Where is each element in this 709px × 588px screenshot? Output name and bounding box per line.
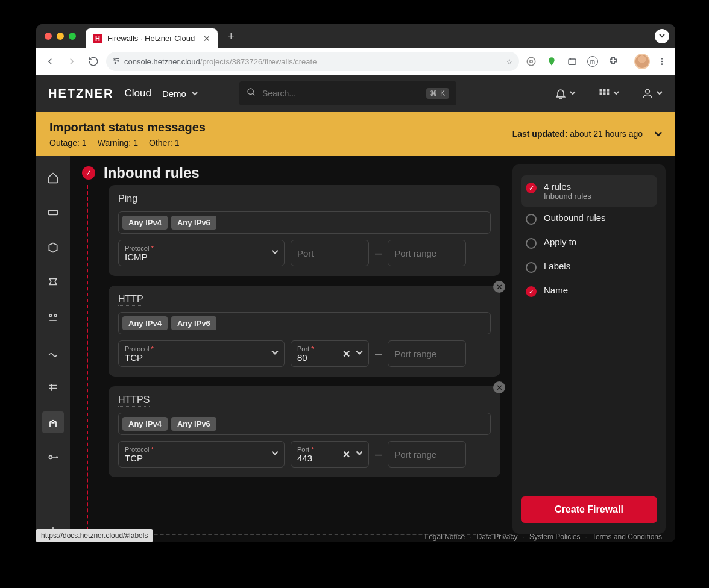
app-header: HETZNER Cloud Demo ⌘ K bbox=[36, 75, 675, 112]
sidebar-item-networks[interactable] bbox=[42, 342, 64, 363]
step-item[interactable]: Apply to bbox=[521, 231, 657, 255]
extensions-menu-icon[interactable] bbox=[605, 53, 622, 70]
sidebar-item-servers[interactable] bbox=[42, 202, 64, 224]
step-title: Name bbox=[544, 285, 568, 295]
extension-icon-4[interactable]: m bbox=[584, 53, 601, 70]
sidebar-item-ssh-keys[interactable] bbox=[42, 446, 64, 468]
url-bar[interactable]: console.hetzner.cloud/projects/3873726/f… bbox=[106, 52, 519, 71]
status-banner: Important status messages Outage:1 Warni… bbox=[36, 112, 675, 156]
sidebar-item-load-balancers[interactable] bbox=[42, 272, 64, 293]
port-field[interactable]: Port * 80 ✕ bbox=[291, 340, 369, 367]
svg-point-2 bbox=[118, 60, 119, 61]
rule-sources[interactable]: Any IPv4 Any IPv6 bbox=[118, 312, 491, 334]
port-range-field[interactable]: Port range bbox=[388, 340, 466, 367]
rule-title[interactable]: Ping bbox=[118, 193, 137, 205]
source-chip[interactable]: Any IPv4 bbox=[122, 216, 168, 230]
step-radio-icon bbox=[526, 262, 537, 273]
rule-title[interactable]: HTTP bbox=[118, 294, 143, 306]
svg-rect-19 bbox=[603, 92, 605, 95]
project-name: Demo bbox=[162, 89, 186, 99]
remove-rule-button[interactable]: ✕ bbox=[493, 381, 505, 393]
global-search[interactable]: ⌘ K bbox=[239, 81, 456, 105]
sidebar-item-volumes[interactable] bbox=[42, 237, 64, 258]
source-chip[interactable]: Any IPv6 bbox=[171, 417, 216, 431]
source-chip[interactable]: Any IPv6 bbox=[171, 216, 216, 230]
svg-point-10 bbox=[661, 58, 663, 60]
browser-menu-icon[interactable] bbox=[654, 53, 670, 70]
svg-point-21 bbox=[646, 89, 650, 93]
footer-link[interactable]: System Policies bbox=[529, 533, 581, 541]
step-title: Apply to bbox=[544, 237, 576, 247]
svg-point-26 bbox=[49, 456, 52, 459]
port-range-field[interactable]: Port range bbox=[388, 441, 466, 468]
forward-button[interactable] bbox=[63, 52, 81, 70]
extension-icon-1[interactable] bbox=[523, 53, 540, 70]
source-chip[interactable]: Any IPv4 bbox=[122, 316, 168, 330]
svg-point-6 bbox=[527, 57, 535, 66]
site-settings-icon[interactable] bbox=[112, 57, 121, 67]
notifications-button[interactable] bbox=[555, 87, 576, 99]
step-subtitle: Inbound rules bbox=[544, 192, 591, 201]
port-field[interactable]: Port bbox=[291, 240, 369, 266]
rule-title[interactable]: HTTPS bbox=[118, 395, 150, 407]
maximize-window-button[interactable] bbox=[69, 33, 76, 40]
close-window-button[interactable] bbox=[45, 33, 52, 40]
search-input[interactable] bbox=[262, 89, 420, 98]
port-range-dash: – bbox=[375, 240, 382, 266]
project-selector[interactable]: Demo bbox=[162, 89, 198, 99]
step-title: Outbound rules bbox=[544, 213, 606, 223]
browser-tab[interactable]: H Firewalls · Hetzner Cloud ✕ bbox=[86, 28, 218, 48]
source-chip[interactable]: Any IPv4 bbox=[122, 417, 168, 431]
svg-rect-17 bbox=[607, 89, 609, 92]
rule-sources[interactable]: Any IPv4 Any IPv6 bbox=[118, 413, 491, 435]
rule-sources[interactable]: Any IPv4 Any IPv6 bbox=[118, 211, 491, 234]
step-item[interactable]: Name bbox=[521, 279, 657, 303]
step-item[interactable]: Outbound rules bbox=[521, 207, 657, 231]
user-menu-button[interactable] bbox=[641, 87, 663, 99]
step-check-icon bbox=[526, 183, 537, 193]
minimize-window-button[interactable] bbox=[57, 33, 64, 40]
step-item[interactable]: 4 rules Inbound rules bbox=[521, 175, 657, 207]
svg-rect-20 bbox=[607, 92, 609, 95]
footer-link[interactable]: Terms and Conditions bbox=[592, 533, 662, 541]
footer-link[interactable]: Legal Notice bbox=[424, 533, 465, 541]
step-title: 4 rules bbox=[544, 181, 591, 192]
reload-button[interactable] bbox=[84, 52, 102, 70]
step-radio-icon bbox=[526, 214, 537, 225]
clear-port-icon[interactable]: ✕ bbox=[342, 348, 350, 360]
create-firewall-button[interactable]: Create Firewall bbox=[521, 496, 657, 523]
back-button[interactable] bbox=[41, 52, 59, 70]
logo-subtext: Cloud bbox=[124, 87, 151, 99]
sidebar-item-home[interactable] bbox=[42, 167, 64, 189]
protocol-select[interactable]: Protocol * TCP bbox=[118, 441, 285, 468]
footer-link[interactable]: Data Privacy bbox=[477, 533, 518, 541]
step-check-icon bbox=[526, 286, 537, 297]
clear-port-icon[interactable]: ✕ bbox=[342, 449, 350, 460]
protocol-select[interactable]: Protocol * ICMP bbox=[118, 240, 285, 266]
step-item[interactable]: Labels bbox=[521, 255, 657, 279]
extension-icon-2[interactable] bbox=[543, 53, 560, 70]
profile-avatar[interactable] bbox=[634, 54, 650, 69]
port-range-field[interactable]: Port range bbox=[388, 240, 466, 266]
tab-title: Firewalls · Hetzner Cloud bbox=[107, 34, 195, 43]
new-tab-button[interactable]: + bbox=[224, 29, 238, 43]
svg-point-12 bbox=[661, 63, 663, 65]
remove-rule-button[interactable]: ✕ bbox=[493, 281, 505, 293]
main-column: ✓ Inbound rules Ping Any IPv4 Any IPv6 P… bbox=[70, 156, 512, 542]
banner-stats: Outage:1 Warning:1 Other:1 bbox=[49, 138, 660, 148]
port-field[interactable]: Port * 443 ✕ bbox=[291, 441, 369, 468]
source-chip[interactable]: Any IPv6 bbox=[171, 316, 216, 330]
tab-close-icon[interactable]: ✕ bbox=[203, 34, 210, 43]
protocol-select[interactable]: Protocol * TCP bbox=[118, 340, 285, 367]
svg-point-25 bbox=[55, 314, 57, 316]
sidebar-item-certificates[interactable] bbox=[42, 377, 64, 398]
banner-expand-button[interactable] bbox=[654, 129, 663, 141]
search-icon bbox=[247, 87, 256, 99]
sidebar-item-firewalls[interactable] bbox=[42, 411, 64, 433]
sidebar-item-floating-ips[interactable] bbox=[42, 307, 64, 328]
tab-overflow-button[interactable] bbox=[655, 29, 669, 43]
apps-grid-button[interactable] bbox=[598, 87, 620, 99]
extension-icon-3[interactable] bbox=[564, 53, 581, 70]
bookmark-icon[interactable]: ☆ bbox=[506, 57, 513, 66]
window-controls bbox=[45, 33, 76, 40]
